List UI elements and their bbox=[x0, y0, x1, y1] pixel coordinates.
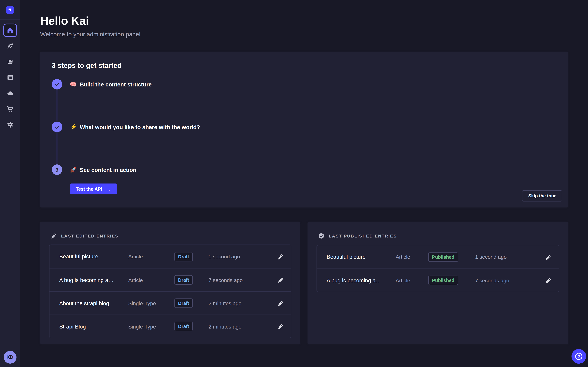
pencil-icon bbox=[545, 254, 551, 260]
table-row[interactable]: Strapi Blog Single-Type Draft 2 minutes … bbox=[50, 315, 291, 338]
check-icon bbox=[55, 125, 60, 129]
edit-entry-button[interactable] bbox=[275, 298, 286, 308]
onboarding-steps: 🧠 Build the content structure ⚡ What wou… bbox=[52, 79, 556, 194]
strapi-logo-icon[interactable] bbox=[6, 6, 14, 14]
test-api-button[interactable]: Test the API → bbox=[70, 184, 117, 194]
last-published-table: Beautiful picture Article Published 1 se… bbox=[317, 245, 559, 292]
skip-tour-button[interactable]: Skip the tour bbox=[522, 190, 562, 201]
check-icon bbox=[55, 82, 60, 87]
step-number-circle: 3 bbox=[52, 164, 62, 175]
sidebar-footer: KD bbox=[0, 347, 20, 367]
status-badge: Draft bbox=[174, 275, 193, 284]
marketplace-cart-icon bbox=[7, 106, 13, 112]
cloud-icon bbox=[7, 90, 13, 97]
edit-entry-button[interactable] bbox=[275, 321, 286, 332]
pencil-icon bbox=[278, 254, 283, 259]
status-badge: Draft bbox=[174, 322, 193, 331]
entry-title: Beautiful picture bbox=[327, 254, 396, 260]
table-row[interactable]: Beautiful picture Article Published 1 se… bbox=[317, 245, 559, 268]
entry-time: 1 second ago bbox=[208, 253, 271, 259]
question-mark-icon: ? bbox=[575, 353, 582, 360]
help-button[interactable]: ? bbox=[571, 349, 586, 364]
entry-kind: Article bbox=[128, 277, 174, 283]
status-badge: Draft bbox=[174, 252, 193, 261]
entry-time: 7 seconds ago bbox=[475, 277, 538, 283]
last-published-panel: LAST PUBLISHED ENTRIES Beautiful picture… bbox=[308, 222, 568, 344]
arrow-right-icon: → bbox=[106, 186, 111, 192]
entry-time: 1 second ago bbox=[475, 254, 538, 260]
entry-time: 2 minutes ago bbox=[208, 300, 271, 306]
step-check-circle bbox=[52, 79, 62, 89]
entry-title: Strapi Blog bbox=[59, 324, 128, 329]
panel-title: LAST PUBLISHED ENTRIES bbox=[329, 234, 397, 238]
table-row[interactable]: About the strapi blog Single-Type Draft … bbox=[50, 291, 291, 315]
onboarding-title: 3 steps to get started bbox=[52, 61, 556, 70]
panel-title: LAST EDITED ENTRIES bbox=[61, 234, 119, 238]
entry-title: A bug is becoming a… bbox=[327, 277, 396, 283]
step-connector-line bbox=[57, 132, 58, 164]
sidebar-item-settings[interactable] bbox=[3, 118, 17, 132]
status-badge: Published bbox=[428, 276, 458, 285]
pencil-icon bbox=[278, 324, 283, 329]
settings-gear-icon bbox=[7, 121, 13, 128]
user-avatar[interactable]: KD bbox=[4, 351, 16, 363]
page-title: Hello Kai bbox=[40, 14, 140, 28]
sidebar-item-home[interactable] bbox=[3, 24, 17, 37]
pencil-icon bbox=[51, 233, 57, 238]
pencil-icon bbox=[278, 300, 283, 306]
pencil-icon bbox=[278, 277, 283, 283]
sidebar-item-media-library[interactable] bbox=[3, 55, 17, 68]
edit-entry-button[interactable] bbox=[543, 275, 553, 285]
edit-entry-button[interactable] bbox=[543, 252, 553, 262]
last-published-header: LAST PUBLISHED ENTRIES bbox=[318, 233, 559, 239]
entry-kind: Article bbox=[396, 277, 428, 283]
entry-title: Beautiful picture bbox=[59, 253, 128, 259]
page-header: Hello Kai Welcome to your administration… bbox=[40, 14, 140, 38]
entry-title: About the strapi blog bbox=[59, 300, 128, 306]
sidebar-item-content-manager[interactable] bbox=[3, 71, 17, 84]
sidebar-nav bbox=[0, 20, 20, 132]
sidebar-item-cloud[interactable] bbox=[3, 86, 17, 100]
edit-entry-button[interactable] bbox=[275, 251, 286, 262]
step-see-content-in-action: 3 🚀 See content in action bbox=[52, 164, 556, 175]
entry-kind: Single-Type bbox=[128, 300, 174, 306]
table-row[interactable]: A bug is becoming a… Article Draft 7 sec… bbox=[50, 268, 291, 291]
sidebar-item-marketplace[interactable] bbox=[3, 102, 17, 116]
avatar-initials: KD bbox=[6, 354, 13, 360]
last-edited-table: Beautiful picture Article Draft 1 second… bbox=[49, 244, 291, 338]
pencil-icon bbox=[545, 277, 551, 283]
status-badge: Published bbox=[428, 252, 458, 261]
last-edited-panel: LAST EDITED ENTRIES Beautiful picture Ar… bbox=[40, 222, 300, 344]
strapi-dashboard: KD Hello Kai Welcome to your administrat… bbox=[0, 0, 588, 367]
sidebar-item-content-type-builder[interactable] bbox=[3, 39, 17, 53]
step-label: ⚡ What would you like to share with the … bbox=[70, 124, 200, 130]
table-row[interactable]: A bug is becoming a… Article Published 7… bbox=[317, 268, 559, 292]
feather-icon bbox=[7, 43, 13, 50]
onboarding-card: 3 steps to get started 🧠 Build the conte… bbox=[40, 52, 568, 208]
edit-entry-button[interactable] bbox=[275, 275, 286, 285]
last-edited-header: LAST EDITED ENTRIES bbox=[51, 233, 291, 238]
step-build-content-structure: 🧠 Build the content structure bbox=[52, 79, 556, 89]
status-badge: Draft bbox=[174, 299, 193, 308]
content-manager-icon bbox=[7, 74, 13, 81]
step-check-circle bbox=[52, 122, 62, 132]
page-subtitle: Welcome to your administration panel bbox=[40, 31, 140, 38]
entry-kind: Article bbox=[396, 254, 428, 260]
step-label: 🚀 See content in action bbox=[70, 166, 136, 173]
entry-title: A bug is becoming a… bbox=[59, 277, 128, 283]
table-row[interactable]: Beautiful picture Article Draft 1 second… bbox=[50, 245, 291, 268]
home-icon bbox=[7, 27, 13, 33]
sidebar-header bbox=[0, 0, 20, 20]
lightning-emoji-icon: ⚡ bbox=[70, 124, 77, 130]
step-share-with-world: ⚡ What would you like to share with the … bbox=[52, 122, 556, 132]
rocket-emoji-icon: 🚀 bbox=[70, 166, 77, 173]
media-library-icon bbox=[7, 58, 13, 65]
check-circle-icon bbox=[318, 233, 324, 239]
sidebar: KD bbox=[0, 0, 20, 367]
entry-kind: Article bbox=[128, 253, 174, 259]
entry-time: 7 seconds ago bbox=[208, 277, 271, 283]
entries-panels: LAST EDITED ENTRIES Beautiful picture Ar… bbox=[40, 222, 568, 344]
step-label: 🧠 Build the content structure bbox=[70, 81, 152, 88]
entry-kind: Single-Type bbox=[128, 324, 174, 329]
step-connector-line bbox=[57, 90, 58, 122]
